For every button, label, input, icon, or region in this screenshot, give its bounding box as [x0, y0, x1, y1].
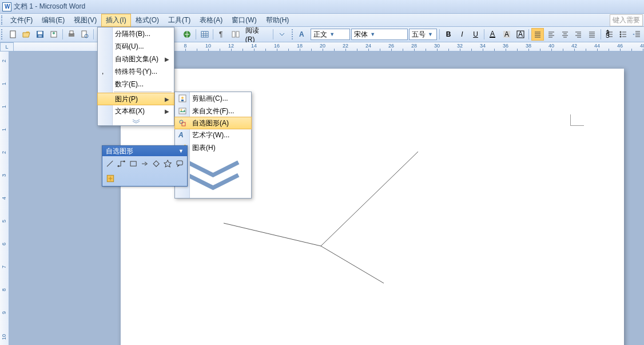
- more-buttons[interactable]: [276, 28, 288, 41]
- shape-flowchart-button[interactable]: [151, 158, 161, 169]
- reading-label[interactable]: 阅读(R): [243, 26, 271, 43]
- titlebar: 文档 1 - Microsoft Word: [0, 0, 644, 14]
- align-distribute-button[interactable]: [586, 28, 598, 41]
- align-justify-button[interactable]: [531, 28, 544, 41]
- menu-handle-icon[interactable]: [1, 15, 5, 25]
- shape-more-button[interactable]: [105, 173, 116, 184]
- word-doc-icon: [2, 2, 11, 11]
- svg-rect-12: [201, 31, 208, 37]
- svg-point-27: [619, 34, 621, 35]
- svg-text:A: A: [504, 30, 509, 38]
- submenu-clipart[interactable]: 剪贴画(C)...: [175, 92, 251, 105]
- char-shading-button[interactable]: A: [500, 28, 513, 41]
- svg-text:A: A: [518, 30, 523, 38]
- menu-symbol[interactable]: , 特殊符号(Y)...: [98, 65, 174, 78]
- wordart-icon: A: [178, 130, 187, 140]
- menu-format[interactable]: 格式(O): [131, 14, 164, 27]
- shape-connectors-button[interactable]: [116, 158, 126, 169]
- menu-help[interactable]: 帮助(H): [261, 14, 294, 27]
- decrease-indent-button[interactable]: [630, 28, 643, 41]
- show-marks-button[interactable]: ¶: [216, 28, 228, 41]
- print-button[interactable]: [65, 28, 78, 41]
- svg-text:,: ,: [102, 68, 104, 76]
- char-border-button[interactable]: A: [514, 28, 527, 41]
- bullets-button[interactable]: [617, 28, 630, 41]
- reading-layout-button[interactable]: [229, 28, 242, 41]
- menu-picture[interactable]: 图片(P)▶: [97, 93, 174, 105]
- style-icon[interactable]: A: [297, 28, 309, 41]
- toolbar-separator: [93, 29, 94, 39]
- numbering-button[interactable]: 123: [603, 28, 616, 41]
- ruler-corner: L: [0, 42, 14, 51]
- table-button[interactable]: [198, 28, 211, 41]
- submenu-from-file[interactable]: 来自文件(F)...: [175, 105, 251, 117]
- svg-rect-14: [232, 31, 235, 37]
- align-center-button[interactable]: [559, 28, 571, 41]
- menu-insert[interactable]: 插入(I): [101, 14, 130, 27]
- svg-point-28: [619, 36, 621, 38]
- svg-point-34: [181, 97, 184, 99]
- new-doc-button[interactable]: [7, 28, 19, 41]
- svg-text:A: A: [178, 131, 184, 139]
- toolbar-handle-icon[interactable]: [292, 29, 295, 39]
- window-title: 文档 1 - Microsoft Word: [14, 2, 85, 11]
- menu-textbox[interactable]: 文本框(X)▶: [98, 105, 174, 117]
- help-search-box[interactable]: 键入需要: [610, 14, 643, 26]
- menu-number[interactable]: 数字(E)...: [98, 78, 174, 90]
- ruler-vertical[interactable]: 2111234567891011121314: [0, 51, 9, 345]
- menu-autotext[interactable]: 自动图文集(A)▶: [98, 53, 174, 65]
- font-color-a-button[interactable]: A: [487, 28, 499, 41]
- menu-tools[interactable]: 工具(T): [164, 14, 195, 27]
- menu-separator: [114, 92, 172, 92]
- svg-line-30: [321, 152, 418, 246]
- print-preview-button[interactable]: [78, 28, 91, 41]
- italic-button[interactable]: I: [456, 28, 468, 41]
- svg-text:3: 3: [606, 31, 610, 39]
- size-combo[interactable]: 五号▼: [409, 29, 437, 40]
- style-value: 正文: [313, 30, 327, 39]
- svg-point-5: [53, 32, 55, 34]
- menu-table[interactable]: 表格(A): [195, 14, 227, 27]
- svg-rect-0: [10, 31, 15, 38]
- underline-button[interactable]: U: [470, 28, 482, 41]
- menu-page-number[interactable]: 页码(U)...: [98, 40, 174, 53]
- clipart-icon: [178, 94, 187, 103]
- toolbar-separator: [439, 29, 440, 39]
- shape-lines-button[interactable]: [105, 158, 115, 169]
- svg-rect-2: [38, 31, 42, 34]
- hyperlink-button[interactable]: [181, 28, 193, 41]
- font-combo[interactable]: 宋体▼: [351, 29, 408, 40]
- autoshapes-toolbar[interactable]: 自选图形▼: [102, 145, 188, 187]
- svg-rect-7: [70, 31, 73, 34]
- svg-rect-15: [236, 31, 239, 37]
- shape-basic-button[interactable]: [128, 158, 138, 169]
- toolbar-separator: [273, 29, 273, 39]
- permissions-button[interactable]: [47, 28, 60, 41]
- submenu-arrow-icon: ▶: [165, 56, 169, 62]
- submenu-wordart[interactable]: A 艺术字(W)...: [175, 129, 251, 141]
- svg-point-26: [619, 31, 621, 33]
- menu-view[interactable]: 视图(V): [69, 14, 101, 27]
- menu-edit[interactable]: 编辑(E): [37, 14, 69, 27]
- menu-break[interactable]: 分隔符(B)...: [98, 27, 174, 40]
- toolbar-separator: [196, 29, 196, 39]
- image-file-icon: [178, 106, 187, 116]
- shape-arrows-button[interactable]: [140, 158, 150, 169]
- autoshapes-title[interactable]: 自选图形▼: [102, 146, 187, 156]
- align-right-button[interactable]: [573, 28, 585, 41]
- save-button[interactable]: [34, 28, 46, 41]
- style-combo[interactable]: 正文▼: [311, 29, 350, 40]
- submenu-autoshapes[interactable]: 自选图形(A): [174, 117, 252, 129]
- bold-button[interactable]: B: [442, 28, 455, 41]
- menu-file[interactable]: 文件(F): [6, 14, 37, 27]
- open-button[interactable]: [21, 28, 33, 41]
- shape-stars-button[interactable]: [162, 158, 173, 169]
- shape-callouts-button[interactable]: [174, 158, 185, 169]
- dropdown-arrow-icon[interactable]: ▼: [178, 148, 184, 154]
- svg-point-44: [124, 160, 125, 162]
- toolbar-handle-icon[interactable]: [1, 29, 5, 39]
- align-left-button[interactable]: [545, 28, 558, 41]
- toolbar-separator: [528, 29, 529, 39]
- svg-text:A: A: [490, 30, 495, 38]
- menu-window[interactable]: 窗口(W): [227, 14, 261, 27]
